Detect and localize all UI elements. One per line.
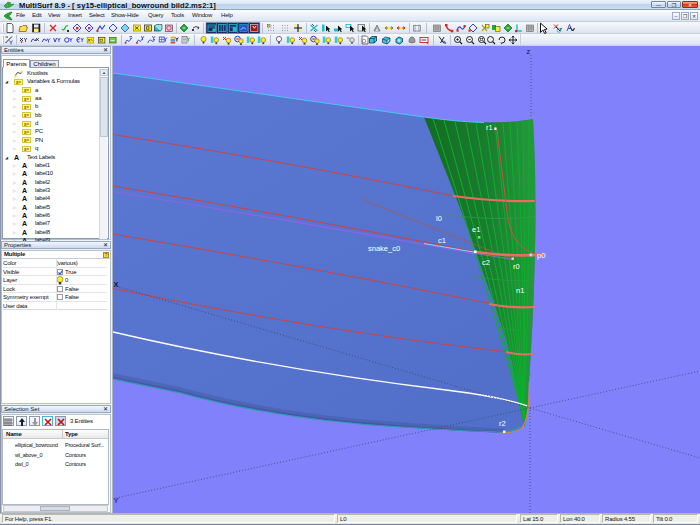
svg-text:snake_c0: snake_c0 [368, 244, 400, 253]
svg-text:n1: n1 [516, 286, 524, 295]
svg-text:r1: r1 [486, 123, 493, 132]
svg-text:r0: r0 [513, 262, 520, 271]
svg-text:r2: r2 [499, 419, 506, 428]
svg-text:p0: p0 [537, 251, 545, 260]
svg-text:l0: l0 [436, 214, 442, 223]
svg-text:Y: Y [114, 496, 119, 505]
svg-text:c1: c1 [438, 236, 446, 245]
svg-text:X: X [114, 280, 119, 289]
svg-text:c2: c2 [482, 258, 490, 267]
svg-text:z: z [527, 47, 531, 56]
svg-text:e1: e1 [472, 225, 480, 234]
